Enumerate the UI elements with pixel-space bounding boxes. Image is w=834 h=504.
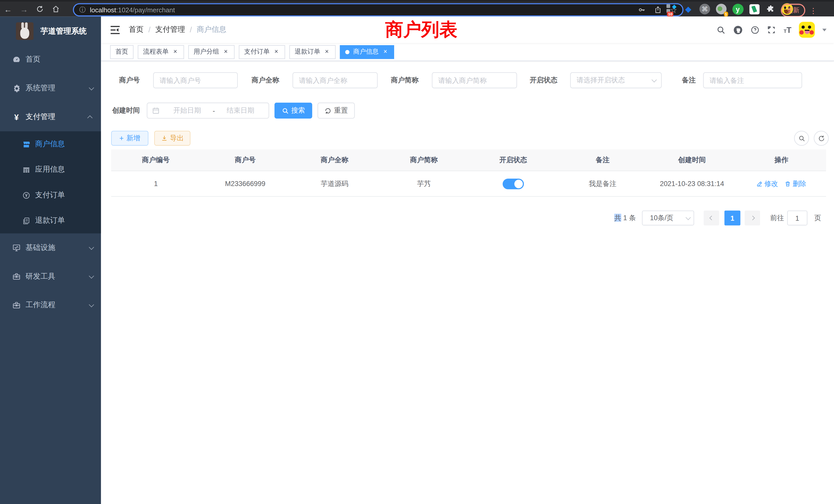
- document-icon: [22, 216, 30, 225]
- status-label: 开启状态: [511, 72, 557, 88]
- refresh-table-button[interactable]: [814, 131, 829, 146]
- remark-label: 备注: [665, 72, 696, 88]
- sidebar-item-payment[interactable]: ¥ 支付管理: [0, 102, 101, 131]
- status-select[interactable]: 请选择开启状态: [570, 72, 662, 88]
- sidebar-item-workflow[interactable]: 工作流程: [0, 291, 101, 320]
- site-info-icon[interactable]: ⓘ: [79, 5, 86, 14]
- address-bar[interactable]: ⓘ localhost:1024/pay/merchant ☆: [73, 3, 683, 17]
- toolbox-icon: [12, 301, 21, 310]
- dashboard-icon: [12, 55, 21, 64]
- export-button[interactable]: 导出: [154, 131, 191, 146]
- app-logo[interactable]: 芋道管理系统: [0, 17, 101, 45]
- search-icon: [282, 107, 289, 114]
- main-panel: 首页 / 支付管理 / 商户信息 商户列表: [101, 17, 834, 504]
- sidebar-item-app-info[interactable]: 应用信息: [0, 157, 101, 182]
- collapse-sidebar-icon[interactable]: [110, 25, 120, 34]
- screen: ← → ⓘ localhost:1024/pay/merchant ☆ ◆ 10: [0, 0, 834, 504]
- browser-toolbar: ← → ⓘ localhost:1024/pay/merchant ☆ ◆ 10: [0, 0, 834, 17]
- column-header: 操作: [737, 155, 826, 165]
- add-button[interactable]: + 新增: [111, 131, 148, 146]
- remark-input[interactable]: [703, 72, 802, 88]
- full-name-input[interactable]: [292, 72, 377, 88]
- user-menu-caret-icon[interactable]: [822, 28, 827, 31]
- tab-process-form[interactable]: 流程表单: [138, 45, 184, 59]
- trash-icon: [785, 180, 791, 187]
- tray-extension-icon[interactable]: 1: [716, 3, 727, 15]
- sidebar-item-label: 工作流程: [25, 300, 89, 310]
- prev-page-button[interactable]: [704, 210, 719, 225]
- tab-home[interactable]: 首页: [110, 45, 133, 59]
- shortcut-extension-icon[interactable]: ⌘: [699, 3, 711, 15]
- top-navbar: 首页 / 支付管理 / 商户信息 商户列表: [101, 17, 834, 43]
- close-icon[interactable]: [172, 48, 179, 55]
- user-avatar[interactable]: [799, 22, 815, 38]
- close-icon[interactable]: [222, 48, 229, 55]
- column-header: 商户号: [200, 155, 290, 165]
- help-icon[interactable]: [750, 25, 760, 34]
- column-header: 商户简称: [379, 155, 468, 165]
- breadcrumb-payment[interactable]: 支付管理: [155, 25, 185, 35]
- tab-merchant-info[interactable]: 商户信息: [340, 45, 394, 59]
- merchant-no-label: 商户号: [101, 72, 140, 88]
- plus-icon: +: [119, 135, 124, 142]
- search-button[interactable]: 搜索: [275, 102, 312, 118]
- gem-extension-icon[interactable]: ◆: [682, 3, 694, 15]
- share-icon[interactable]: [654, 6, 661, 14]
- notes-extension-icon[interactable]: [748, 3, 760, 15]
- chevron-right-icon: [750, 216, 755, 221]
- back-icon[interactable]: ←: [0, 5, 16, 14]
- sidebar-item-pay-orders[interactable]: 支付订单: [0, 182, 101, 208]
- goto-page-input[interactable]: [787, 210, 808, 225]
- short-name-label: 商户简称: [372, 72, 419, 88]
- page-size-select[interactable]: 10条/页: [642, 210, 694, 225]
- url-path: :1024/pay/merchant: [116, 6, 175, 14]
- github-icon[interactable]: [733, 25, 743, 35]
- app-window: 芋道管理系统 首页 系统管理 ¥ 支付管理: [0, 17, 834, 504]
- merchant-no-input[interactable]: [153, 72, 238, 88]
- date-range-picker[interactable]: 开始日期 - 结束日期: [147, 102, 269, 118]
- close-icon[interactable]: [273, 48, 280, 55]
- forward-icon[interactable]: →: [16, 5, 32, 14]
- extension-badge: 10: [667, 12, 674, 17]
- cell-full-name: 芋道源码: [290, 179, 379, 188]
- reset-button[interactable]: 重置: [317, 102, 355, 118]
- sidebar-item-dev-tools[interactable]: 研发工具: [0, 262, 101, 291]
- page-number-1[interactable]: 1: [724, 210, 740, 225]
- sidebar-item-label: 退款订单: [35, 216, 65, 225]
- y-extension-icon[interactable]: y: [732, 3, 744, 15]
- reload-icon[interactable]: [32, 5, 48, 13]
- sidebar-item-infrastructure[interactable]: 基础设施: [0, 233, 101, 262]
- short-name-input[interactable]: [432, 72, 517, 88]
- status-toggle[interactable]: [503, 178, 524, 189]
- sidebar-item-label: 支付管理: [25, 112, 89, 122]
- refresh-icon: [325, 107, 331, 114]
- tabs-extension-icon[interactable]: ◆ 10: [666, 3, 678, 15]
- delete-link[interactable]: 删除: [785, 179, 806, 188]
- sidebar-item-label: 基础设施: [25, 243, 89, 253]
- sidebar-item-home[interactable]: 首页: [0, 45, 101, 74]
- breadcrumb-home[interactable]: 首页: [129, 25, 144, 35]
- chrome-menu-icon[interactable]: ⋮: [810, 6, 817, 15]
- tab-pay-orders[interactable]: 支付订单: [239, 45, 285, 59]
- font-size-icon[interactable]: TT: [784, 25, 791, 34]
- home-icon[interactable]: [48, 5, 64, 13]
- monitor-icon: [12, 244, 21, 252]
- chevron-down-icon: [686, 214, 691, 220]
- sidebar-item-merchant-info[interactable]: 商户信息: [0, 131, 101, 157]
- tab-user-group[interactable]: 用户分组: [188, 45, 235, 59]
- chevron-down-icon: [89, 302, 94, 307]
- password-key-icon[interactable]: [638, 6, 645, 14]
- search-icon[interactable]: [717, 25, 726, 34]
- edit-link[interactable]: 修改: [756, 179, 778, 188]
- close-icon[interactable]: [382, 48, 389, 55]
- tab-refund-orders[interactable]: 退款订单: [289, 45, 336, 59]
- sidebar-item-refund-orders[interactable]: 退款订单: [0, 208, 101, 233]
- next-page-button[interactable]: [745, 210, 760, 225]
- toggle-search-button[interactable]: [794, 131, 809, 146]
- sidebar-item-system[interactable]: 系统管理: [0, 74, 101, 102]
- close-icon[interactable]: [323, 48, 330, 55]
- chevron-left-icon: [709, 216, 714, 221]
- chrome-update-button[interactable]: 更新: [781, 4, 805, 17]
- tags-view-bar: 首页 流程表单 用户分组 支付订单 退款订单 商户信息: [101, 43, 834, 61]
- fullscreen-icon[interactable]: [767, 25, 776, 34]
